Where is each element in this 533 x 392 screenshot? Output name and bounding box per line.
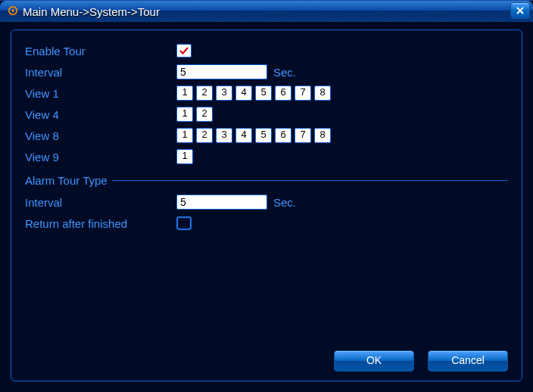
title-bar: Main Menu->System->Tour <box>0 1 533 22</box>
view1-channels: 12345678 <box>176 86 331 101</box>
view4-channels: 12 <box>176 107 213 122</box>
alarm-interval-unit: Sec. <box>273 196 296 209</box>
view8-label: View 8 <box>25 129 176 142</box>
view9-channel-1[interactable]: 1 <box>176 149 193 164</box>
enable-tour-checkbox[interactable] <box>176 44 192 58</box>
ok-button[interactable]: OK <box>334 350 414 372</box>
view1-channel-8[interactable]: 8 <box>314 86 331 101</box>
interval-input[interactable] <box>176 64 267 79</box>
return-after-label: Return after finished <box>25 217 176 230</box>
interval-label: Interval <box>25 66 176 79</box>
gear-icon <box>8 5 18 18</box>
divider-line <box>112 180 508 181</box>
view1-channel-7[interactable]: 7 <box>295 86 311 101</box>
view9-channels: 1 <box>176 149 193 164</box>
view1-channel-1[interactable]: 1 <box>176 86 193 101</box>
view9-label: View 9 <box>25 151 176 163</box>
view8-channel-1[interactable]: 1 <box>176 128 193 143</box>
view8-channel-5[interactable]: 5 <box>255 128 272 143</box>
view8-channels: 12345678 <box>176 128 331 143</box>
return-after-checkbox[interactable] <box>176 216 192 230</box>
view4-channel-2[interactable]: 2 <box>196 107 213 122</box>
view1-label: View 1 <box>25 87 176 100</box>
view4-label: View 4 <box>25 108 176 121</box>
view1-channel-5[interactable]: 5 <box>255 86 272 101</box>
window-title: Main Menu->System->Tour <box>23 5 160 18</box>
view8-channel-8[interactable]: 8 <box>314 128 331 143</box>
close-icon <box>516 6 525 15</box>
view4-channel-1[interactable]: 1 <box>176 107 193 122</box>
tour-settings-window: Main Menu->System->Tour Enable Tour Inte… <box>0 0 533 392</box>
view1-channel-6[interactable]: 6 <box>275 86 291 101</box>
alarm-section-divider: Alarm Tour Type <box>25 173 508 188</box>
close-button[interactable] <box>510 2 530 19</box>
view8-channel-6[interactable]: 6 <box>275 128 291 143</box>
view1-channel-3[interactable]: 3 <box>216 86 232 101</box>
alarm-interval-label: Interval <box>25 196 176 209</box>
dialog-buttons: OK Cancel <box>334 350 508 372</box>
view8-channel-4[interactable]: 4 <box>235 128 252 143</box>
enable-tour-label: Enable Tour <box>25 45 176 58</box>
settings-panel: Enable Tour Interval Sec. View 1 1234567… <box>11 30 522 381</box>
alarm-interval-input[interactable] <box>176 194 267 210</box>
window-title-group: Main Menu->System->Tour <box>5 5 160 18</box>
cancel-button[interactable]: Cancel <box>428 350 508 372</box>
alarm-section-label: Alarm Tour Type <box>25 174 108 187</box>
view1-channel-4[interactable]: 4 <box>235 86 252 101</box>
view8-channel-3[interactable]: 3 <box>216 128 232 143</box>
view8-channel-7[interactable]: 7 <box>295 128 311 143</box>
view8-channel-2[interactable]: 2 <box>196 128 213 143</box>
interval-unit: Sec. <box>273 66 296 79</box>
svg-point-1 <box>11 9 14 12</box>
view1-channel-2[interactable]: 2 <box>196 86 213 101</box>
